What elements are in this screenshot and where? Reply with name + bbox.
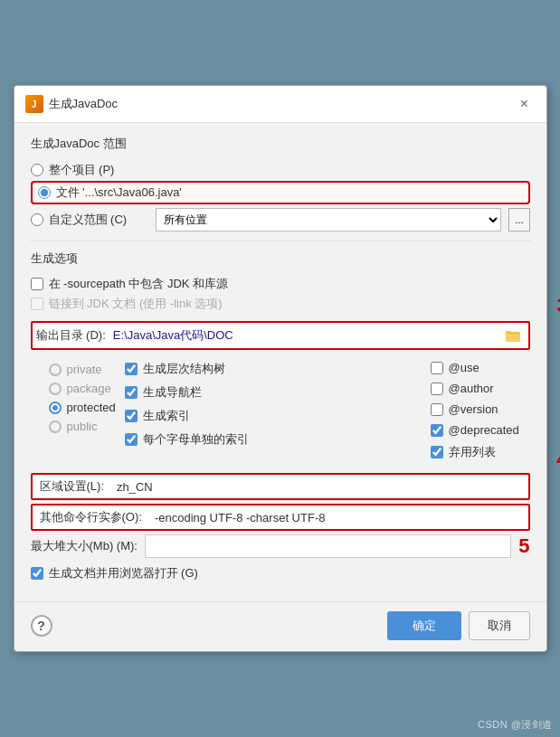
link-jdk-label: 链接到 JDK 文档 (使用 -link 选项) <box>49 296 223 312</box>
gen-each-index-row: 每个字母单独的索引 <box>125 430 422 449</box>
title-bar: J 生成JavaDoc × <box>14 86 546 123</box>
divider-1 <box>31 241 530 241</box>
scope-custom-label: 自定义范围 (C) <box>49 212 128 228</box>
author-label: @author <box>449 382 494 395</box>
other-args-input[interactable] <box>149 507 528 528</box>
scope-file-radio[interactable] <box>38 186 51 199</box>
folder-icon <box>506 329 520 342</box>
dialog-icon: J <box>25 95 43 113</box>
vis-private-radio[interactable] <box>49 364 62 376</box>
deprecated-row: @deprecated <box>431 421 530 439</box>
icon-label: J <box>32 99 37 109</box>
author-row: @author <box>431 380 530 397</box>
deprecated-list-label: 弃用列表 <box>449 444 496 460</box>
gen-index-check[interactable] <box>125 410 138 422</box>
use-check[interactable] <box>431 362 443 374</box>
locale-container: 区域设置(L): 4 <box>31 473 530 500</box>
locale-input[interactable] <box>111 477 528 497</box>
gen-nav-check[interactable] <box>125 386 138 399</box>
locale-row: 区域设置(L): <box>31 473 530 500</box>
vis-package: package <box>49 380 116 397</box>
vis-public-label: public <box>67 420 98 433</box>
vis-protected: protected <box>49 399 116 416</box>
link-jdk-row: 链接到 JDK 文档 (使用 -link 选项) <box>31 294 530 314</box>
scope-file-item: 文件 '...\src\Java06.java' 2 <box>31 181 530 204</box>
use-row: @use <box>431 359 530 376</box>
scope-custom-select[interactable]: 所有位置 <box>156 208 502 231</box>
gen-index-row: 生成索引 <box>125 406 422 426</box>
other-args-label: 其他命令行实参(O): <box>33 506 149 529</box>
deprecated-list-check[interactable] <box>431 446 443 458</box>
scope-custom-radio[interactable] <box>31 213 43 226</box>
output-dir-browse-button[interactable] <box>501 325 525 346</box>
gen-label: 生成选项 <box>31 250 530 267</box>
gen-each-index-check[interactable] <box>125 433 138 446</box>
scope-file-label: 文件 '...\src\Java06.java' <box>56 184 182 201</box>
dialog-title: 生成JavaDoc <box>49 96 119 112</box>
watermark: CSDN @浸剑道 <box>478 718 553 732</box>
gen-tree-row: 生成层次结构树 <box>125 359 422 379</box>
close-button[interactable]: × <box>514 93 536 115</box>
maxheap-row: 最大堆大小(Mb) (M): 5 <box>31 534 530 558</box>
scope-all-item: 整个项目 (P) <box>31 159 530 181</box>
checkboxes-right: @use @author @version @deprecated 弃用列表 <box>431 357 530 462</box>
scope-label: 生成JavaDoc 范围 <box>31 136 530 152</box>
annotation-4: 4 <box>556 448 560 471</box>
deprecated-list-row: 弃用列表 <box>431 442 530 462</box>
vis-package-radio[interactable] <box>49 383 62 395</box>
include-sourcepath-check[interactable] <box>31 278 43 290</box>
scope-browse-button[interactable]: ... <box>508 208 529 231</box>
version-row: @version <box>431 401 530 418</box>
locale-label: 区域设置(L): <box>33 475 112 498</box>
deprecated-label: @deprecated <box>449 423 519 437</box>
open-browser-label: 生成文档并用浏览器打开 (G) <box>49 565 198 581</box>
output-dir-container: 输出目录 (D): 3 <box>31 321 530 350</box>
include-sourcepath-label: 在 -sourcepath 中包含 JDK 和库源 <box>49 276 229 292</box>
annotation-3: 3 <box>556 294 560 317</box>
open-browser-check[interactable] <box>31 567 43 580</box>
vis-public: public <box>49 418 116 435</box>
other-args-row: 其他命令行实参(O): <box>31 504 530 531</box>
gen-nav-label: 生成导航栏 <box>143 384 202 401</box>
scope-custom-row: 自定义范围 (C) 所有位置 ... <box>31 208 530 231</box>
gen-tree-check[interactable] <box>125 363 138 375</box>
vis-protected-radio[interactable] <box>49 402 62 414</box>
vis-package-label: package <box>67 382 111 395</box>
gen-nav-row: 生成导航栏 <box>125 383 422 402</box>
version-check[interactable] <box>431 403 443 416</box>
link-jdk-check <box>31 298 43 310</box>
open-browser-row: 生成文档并用浏览器打开 (G) <box>31 565 530 581</box>
output-dir-input[interactable] <box>113 329 501 343</box>
svg-rect-2 <box>506 331 511 334</box>
vis-private-label: private <box>67 363 102 376</box>
include-sourcepath-row: 在 -sourcepath 中包含 JDK 和库源 <box>31 274 530 294</box>
visibility-options: private package protected public <box>31 357 116 462</box>
deprecated-check[interactable] <box>431 424 443 437</box>
scope-custom-item: 自定义范围 (C) <box>31 209 148 231</box>
scope-radio-group: 整个项目 (P) 文件 '...\src\Java06.java' 2 自定义范… <box>31 159 530 231</box>
javadoc-dialog: J 生成JavaDoc × 生成JavaDoc 范围 整个项目 (P) 文件 '… <box>14 85 547 652</box>
maxheap-label: 最大堆大小(Mb) (M): <box>31 538 138 554</box>
author-check[interactable] <box>431 383 443 395</box>
annotation-5: 5 <box>518 534 529 558</box>
generate-options: 生成选项 在 -sourcepath 中包含 JDK 和库源 链接到 JDK 文… <box>31 250 530 350</box>
title-left: J 生成JavaDoc <box>25 95 119 113</box>
output-dir-row: 输出目录 (D): <box>31 321 530 350</box>
vis-public-radio[interactable] <box>49 420 62 433</box>
gen-each-index-label: 每个字母单独的索引 <box>143 431 249 448</box>
help-button[interactable]: ? <box>31 615 52 637</box>
vis-private: private <box>49 361 116 378</box>
vis-protected-label: protected <box>67 401 116 414</box>
gen-tree-label: 生成层次结构树 <box>143 361 225 377</box>
checkboxes-left: 生成层次结构树 生成导航栏 生成索引 每个字母单独的索引 <box>125 357 422 462</box>
svg-rect-1 <box>506 334 520 342</box>
maxheap-input[interactable] <box>145 534 511 558</box>
version-label: @version <box>449 402 498 416</box>
dialog-footer: ? 确定 取消 <box>14 601 546 651</box>
ok-button[interactable]: 确定 <box>387 611 461 640</box>
use-label: @use <box>449 361 479 374</box>
cancel-button[interactable]: 取消 <box>469 611 530 640</box>
scope-all-radio[interactable] <box>31 164 43 176</box>
action-buttons: 确定 取消 <box>387 611 530 640</box>
options-columns: private package protected public <box>31 357 530 462</box>
